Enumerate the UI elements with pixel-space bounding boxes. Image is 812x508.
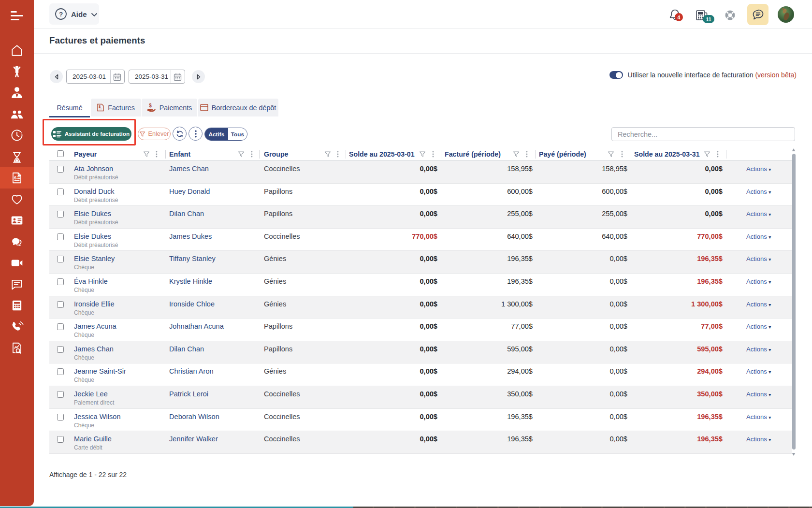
svg-text:$: $ <box>149 103 152 108</box>
svg-text:?: ? <box>59 11 63 18</box>
svg-text:$: $ <box>14 175 17 180</box>
svg-text:$: $ <box>99 104 101 109</box>
